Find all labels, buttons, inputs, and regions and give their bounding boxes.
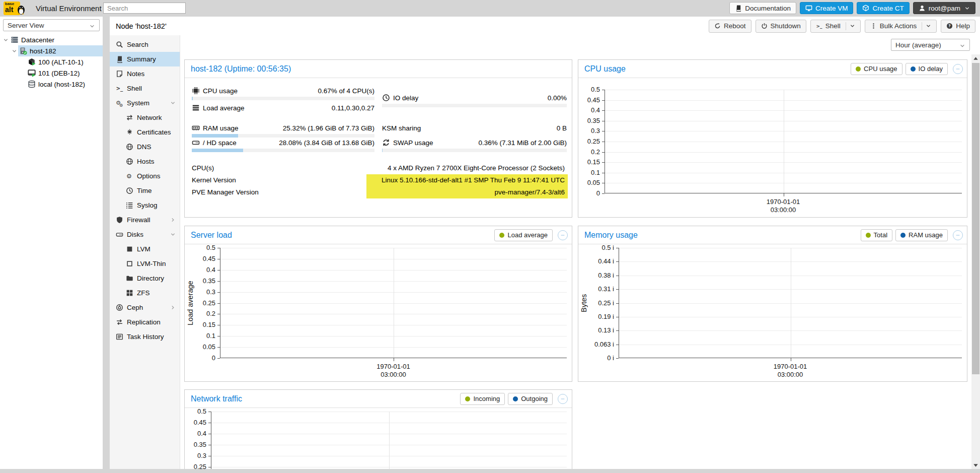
square-outline-icon (126, 260, 133, 267)
collapse-panel-button[interactable] (558, 230, 568, 240)
stat-label: KSM sharing (382, 124, 421, 132)
nav-item-search[interactable]: Search (110, 37, 180, 52)
legend-outgoing[interactable]: Outgoing (508, 393, 553, 405)
y-tick-label: 0.5 (185, 244, 215, 252)
dropdown-arrow[interactable] (922, 22, 931, 30)
summary-title: host-182 (Uptime: 00:56:35) (191, 64, 291, 74)
y-tick-label: 0.2 (578, 148, 600, 156)
nav-item-options[interactable]: ⚙Options (110, 169, 180, 183)
tree-node-label: host-182 (30, 47, 56, 55)
nav-item-certificates[interactable]: Certificates (110, 125, 180, 140)
main-panel: Node 'host-182' RebootShutdown>_ShellBul… (110, 17, 980, 469)
shutdown-button[interactable]: Shutdown (756, 20, 806, 33)
y-tick-label: 0 i (578, 354, 614, 362)
host-icon (19, 47, 27, 55)
nav-item-hosts[interactable]: Hosts (110, 154, 180, 169)
nav-item-network[interactable]: Network (110, 110, 180, 125)
info-label: PVE Manager Version (192, 188, 259, 196)
dropdown-arrow[interactable] (846, 22, 855, 30)
tree-node-datacenter[interactable]: Datacenter (0, 34, 103, 45)
certificate-icon (126, 128, 133, 136)
scroll-up-button[interactable] (971, 54, 980, 62)
series-color-dot (911, 66, 916, 72)
nav-item-label: ZFS (137, 289, 150, 297)
legend-ram-usage[interactable]: RAM usage (895, 229, 948, 241)
legend-incoming[interactable]: Incoming (460, 393, 505, 405)
root-pam-button[interactable]: root@pam (913, 2, 975, 14)
chevron-down-icon (89, 22, 95, 28)
chevron-right-icon (170, 305, 176, 310)
create-ct-button[interactable]: Create CT (857, 2, 909, 14)
stat-label: IO delay (393, 94, 418, 102)
node-action-buttons: RebootShutdown>_ShellBulk Actions?Help (709, 20, 975, 33)
task-history-icon (116, 333, 123, 341)
server-load-chart-panel: Server loadLoad averageLoad average0.50.… (184, 226, 572, 382)
basealt-logo[interactable]: base alt (4, 1, 30, 16)
nav-item-dns[interactable]: DNS (110, 140, 180, 154)
legend-cpu-usage[interactable]: CPU usage (851, 63, 902, 75)
legend-total[interactable]: Total (861, 229, 892, 241)
nav-item-syslog[interactable]: Syslog (110, 198, 180, 213)
stat-value: 0.00% (548, 94, 567, 102)
nav-item-shell[interactable]: >_Shell (110, 81, 180, 96)
nav-item-time[interactable]: Time (110, 183, 180, 198)
time-range-select[interactable]: Hour (average) (891, 39, 970, 51)
nav-item-zfs[interactable]: ZFS (110, 286, 180, 300)
tree-node-host-182[interactable]: host-182 (0, 45, 103, 56)
chevron-down-icon (170, 100, 176, 106)
nav-item-summary[interactable]: Summary (110, 52, 180, 66)
collapse-panel-button[interactable] (558, 394, 568, 404)
vertical-scrollbar[interactable] (971, 54, 980, 469)
chevron-right-icon (170, 217, 176, 223)
nav-item-task-history[interactable]: Task History (110, 329, 180, 344)
memory-usage-chart-panel: Memory usageTotalRAM usageBytes0.5 i0.44… (578, 226, 967, 382)
chart-title: CPU usage (584, 64, 626, 74)
nav-item-notes[interactable]: Notes (110, 66, 180, 81)
nav-item-disks[interactable]: Disks (110, 227, 180, 242)
stat-label: Load average (203, 104, 245, 112)
legend-io-delay[interactable]: IO delay (906, 63, 948, 75)
y-tick-label: 0.25 (578, 138, 600, 146)
tree-node-101-deb-12[interactable]: 101 (DEB-12) (0, 67, 103, 79)
nav-item-replication[interactable]: Replication (110, 315, 180, 329)
chevron-down-icon (850, 23, 855, 29)
nav-item-lvm-thin[interactable]: LVM-Thin (110, 256, 180, 271)
help-button[interactable]: ?Help (941, 20, 975, 33)
network-traffic-chart-panel: Network trafficIncomingOutgoing0.50.450.… (184, 389, 572, 469)
clock-icon (126, 187, 133, 194)
stat-swap-usage: SWAP usage0.36% (7.31 MiB of 2.00 GiB) (382, 138, 567, 152)
nav-item-label: Hosts (137, 158, 155, 165)
global-search-input[interactable] (103, 3, 186, 14)
legend-label: IO delay (919, 65, 943, 73)
documentation-button[interactable]: Documentation (729, 2, 796, 14)
nav-item-ceph[interactable]: Ceph (110, 300, 180, 315)
minus-icon (955, 66, 961, 72)
legend-load-average[interactable]: Load average (494, 229, 553, 241)
collapse-panel-button[interactable] (953, 230, 963, 240)
reboot-button[interactable]: Reboot (709, 20, 751, 33)
tree-node-100-alt-10-1[interactable]: 100 (ALT-10-1) (0, 56, 103, 67)
view-mode-select[interactable]: Server View (3, 19, 100, 31)
tree-node-local-host-182[interactable]: local (host-182) (0, 79, 103, 90)
nav-item-label: Task History (127, 333, 164, 341)
bulk-actions-button[interactable]: Bulk Actions (865, 20, 937, 33)
stat-load-average: Load average0.11,0.30,0.27 (192, 103, 374, 113)
create-vm-button[interactable]: Create VM (800, 2, 854, 14)
shell-button[interactable]: >_Shell (810, 20, 861, 33)
nav-item-directory[interactable]: Directory (110, 271, 180, 286)
power-icon (761, 23, 768, 29)
scrollbar-thumb[interactable] (972, 63, 979, 374)
y-tick-label: 0 (578, 189, 600, 197)
y-tick-label: 0.13 i (578, 326, 614, 334)
scroll-down-button[interactable] (971, 461, 980, 469)
nav-item-system[interactable]: ⚙⚙System (110, 96, 180, 110)
collapse-panel-button[interactable] (953, 64, 963, 74)
nav-item-lvm[interactable]: LVM (110, 242, 180, 256)
series-color-dot (513, 396, 518, 401)
user-icon (919, 5, 926, 12)
y-tick-label: 0.35 (185, 277, 215, 285)
button-label: root@pam (929, 5, 960, 12)
button-label: Create VM (815, 5, 848, 12)
y-tick-label: 0.2 (185, 310, 215, 318)
nav-item-firewall[interactable]: Firewall (110, 213, 180, 227)
